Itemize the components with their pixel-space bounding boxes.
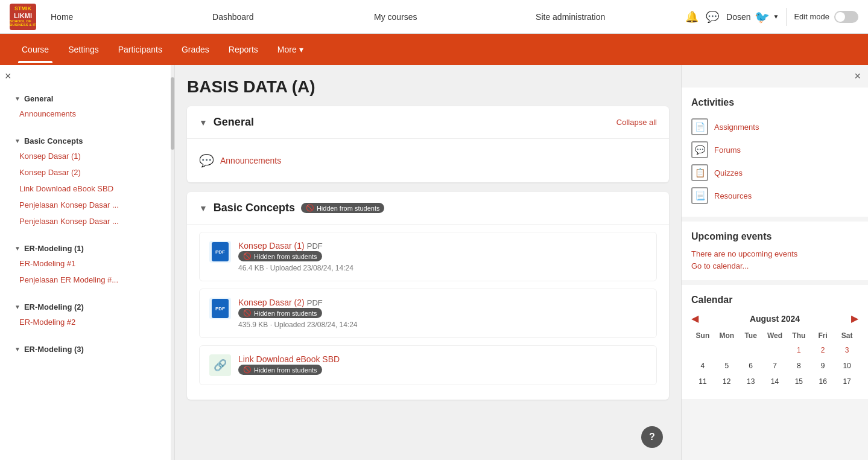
edit-mode-switch[interactable] [834, 11, 858, 23]
activity-assignments[interactable]: 📄 Assignments [691, 115, 858, 138]
nav-home[interactable]: Home [51, 12, 200, 22]
sidebar-group-header-er2[interactable]: ▼ ER-Modeling (2) [0, 298, 174, 314]
go-to-calendar-link[interactable]: Go to calendar... [691, 261, 749, 270]
calendar-title: Calendar [691, 295, 858, 305]
announcement-link[interactable]: Announcements [220, 156, 281, 165]
course-nav-settings[interactable]: Settings [59, 36, 109, 63]
resource-meta-link: 🚫 Hidden from students [238, 364, 647, 375]
sidebar-scrollbar-thumb [171, 77, 174, 150]
activity-resources[interactable]: 📃 Resources [691, 184, 858, 207]
cal-cell-7[interactable]: 7 [764, 359, 787, 374]
activity-forums[interactable]: 💬 Forums [691, 138, 858, 161]
collapse-all-button[interactable]: Collapse all [616, 118, 657, 127]
sidebar-item-er2-1[interactable]: ER-Modeling #2 [0, 314, 174, 330]
sidebar-group-header-er3[interactable]: ▼ ER-Modeling (3) [0, 340, 174, 356]
cal-cell-15[interactable]: 15 [787, 375, 810, 389]
quizzes-link[interactable]: Quizzes [714, 168, 743, 177]
section-collapse-icon-general[interactable]: ▼ [199, 118, 207, 127]
calendar-section: Calendar ◀ August 2024 ▶ Sun Mon Tue Wed… [682, 285, 868, 399]
top-right-controls: 🔔 💬 Dosen 🐦 ▼ Edit mode [685, 8, 858, 26]
activities-title: Activities [691, 97, 858, 108]
resource-item-konsep-dasar-1: PDF Konsep Dasar (1)PDF 🚫 Hidden from st… [199, 232, 657, 281]
course-nav-course[interactable]: Course [12, 36, 59, 63]
hidden-from-students-badge-bc: 🚫 Hidden from students [301, 203, 385, 213]
sidebar-group-header-basic-concepts[interactable]: ▼ Basic Concepts [0, 132, 174, 148]
quizzes-icon: 📋 [691, 164, 708, 181]
sidebar-item-konsep-dasar-2[interactable]: Konsep Dasar (2) [0, 164, 174, 180]
resource-size-kd1: 46.4 KB · Uploaded 23/08/24, 14:24 [238, 264, 647, 272]
resources-link[interactable]: Resources [714, 191, 752, 200]
nav-site-admin[interactable]: Site administration [536, 12, 685, 22]
cal-cell-3[interactable]: 3 [835, 343, 858, 358]
sidebar-group-header-general[interactable]: ▼ General [0, 89, 174, 106]
resource-header-kd1: PDF Konsep Dasar (1)PDF 🚫 Hidden from st… [200, 232, 656, 281]
cal-cell-2[interactable]: 2 [811, 343, 834, 358]
chevron-down-icon-5: ▼ [14, 346, 21, 353]
cal-cell-11[interactable]: 11 [691, 375, 714, 389]
cal-cell-1[interactable]: 1 [787, 343, 810, 358]
cal-cell-6[interactable]: 6 [740, 359, 762, 374]
calendar-prev-button[interactable]: ◀ [691, 313, 699, 324]
edit-mode-toggle[interactable]: Edit mode [794, 11, 858, 23]
announcement-item[interactable]: 💬 Announcements [199, 146, 657, 175]
hidden-badge-kd1: 🚫 Hidden from students [238, 251, 322, 261]
sidebar-item-konsep-dasar-1[interactable]: Konsep Dasar (1) [0, 148, 174, 164]
course-nav-more[interactable]: More ▾ [268, 36, 313, 63]
cal-cell-8[interactable]: 8 [787, 359, 810, 374]
calendar-nav: ◀ August 2024 ▶ [691, 313, 858, 324]
help-button[interactable]: ? [641, 426, 663, 448]
logo-likmi: LIKMI [14, 12, 32, 19]
cal-header-tue: Tue [740, 329, 762, 342]
resource-title-kd1[interactable]: Konsep Dasar (1) [238, 241, 305, 251]
right-sidebar-close[interactable]: × [682, 65, 868, 88]
chevron-down-icon-2: ▼ [14, 138, 21, 144]
sidebar-group-title-basic-concepts: Basic Concepts [24, 136, 83, 145]
left-sidebar: × ▼ General Announcements ▼ Basic Concep… [0, 65, 175, 460]
section-collapse-icon-bc[interactable]: ▼ [199, 203, 207, 213]
sidebar-close-button[interactable]: × [5, 70, 11, 83]
assignments-link[interactable]: Assignments [714, 123, 759, 132]
resource-title-link[interactable]: Link Download eBook SBD [238, 354, 340, 364]
sidebar-item-er1-1[interactable]: ER-Modeling #1 [0, 255, 174, 272]
sidebar-item-penjelasan-2[interactable]: Penjelasan Konsep Dasar ... [0, 213, 174, 229]
nav-divider [786, 8, 787, 26]
sidebar-item-announcements[interactable]: Announcements [0, 106, 174, 122]
sidebar-group-general: ▼ General Announcements [0, 85, 174, 127]
resource-info-kd2: Konsep Dasar (2)PDF 🚫 Hidden from studen… [238, 298, 647, 329]
chevron-down-icon: ▼ [14, 95, 21, 102]
course-nav-grades[interactable]: Grades [172, 36, 219, 63]
user-menu[interactable]: Dosen 🐦 ▼ [726, 10, 779, 24]
forums-link[interactable]: Forums [714, 145, 741, 155]
nav-my-courses[interactable]: My courses [374, 12, 524, 22]
cal-header-thu: Thu [787, 329, 810, 342]
cal-cell-9[interactable]: 9 [811, 359, 834, 374]
sidebar-item-link-download[interactable]: Link Download eBook SBD [0, 180, 174, 197]
sidebar-item-er1-2[interactable]: Penjelasan ER Modeling #... [0, 272, 174, 288]
forums-icon: 💬 [691, 141, 708, 158]
upcoming-events-section: Upcoming events There are no upcoming ev… [682, 222, 868, 280]
course-nav-participants[interactable]: Participants [109, 36, 172, 63]
cal-cell-16[interactable]: 16 [811, 375, 834, 389]
course-nav-reports[interactable]: Reports [219, 36, 268, 63]
activity-quizzes[interactable]: 📋 Quizzes [691, 161, 858, 184]
cal-cell-13[interactable]: 13 [740, 375, 762, 389]
sidebar-group-header-er1[interactable]: ▼ ER-Modeling (1) [0, 239, 174, 255]
sidebar-group-title-er1: ER-Modeling (1) [24, 244, 84, 253]
notification-bell[interactable]: 🔔 [685, 10, 699, 24]
cal-cell-17[interactable]: 17 [835, 375, 858, 389]
cal-cell-4[interactable]: 4 [691, 359, 714, 374]
section-content-general: 💬 Announcements [187, 139, 669, 182]
resource-title-kd2[interactable]: Konsep Dasar (2) [238, 298, 305, 307]
calendar-next-button[interactable]: ▶ [851, 313, 858, 324]
section-card-basic-concepts: ▼ Basic Concepts 🚫 Hidden from students … [187, 192, 669, 400]
cal-cell-14[interactable]: 14 [764, 375, 787, 389]
cal-cell-10[interactable]: 10 [835, 359, 858, 374]
sidebar-item-penjelasan-1[interactable]: Penjelasan Konsep Dasar ... [0, 197, 174, 213]
messages-icon[interactable]: 💬 [706, 10, 719, 24]
nav-dashboard[interactable]: Dashboard [212, 12, 362, 22]
eye-slash-icon-link: 🚫 [243, 366, 252, 374]
cal-cell-empty-2 [715, 343, 738, 358]
cal-cell-12[interactable]: 12 [715, 375, 738, 389]
resource-item-konsep-dasar-2: PDF Konsep Dasar (2)PDF 🚫 Hidden from st… [199, 289, 657, 338]
cal-cell-5[interactable]: 5 [715, 359, 738, 374]
